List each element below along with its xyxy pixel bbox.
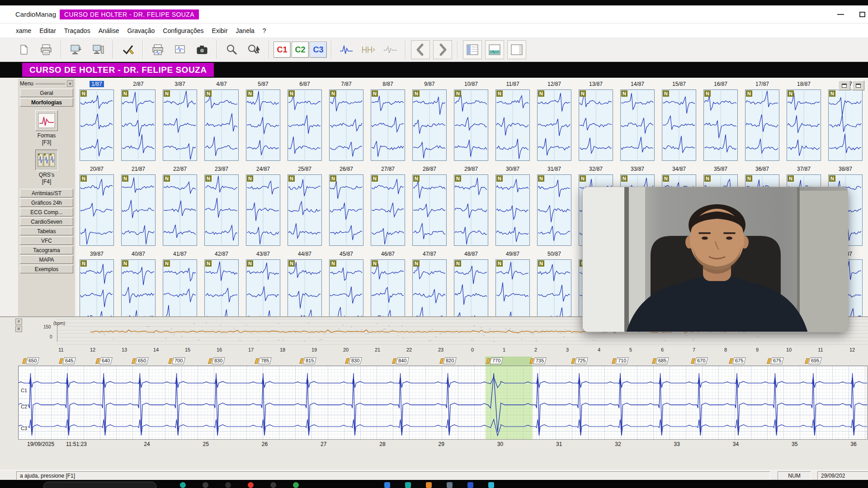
menu-item-janela[interactable]: Janela — [232, 25, 259, 37]
morphology-thumbnail[interactable]: N — [204, 259, 239, 316]
layout-grid-button[interactable] — [463, 40, 482, 59]
menu-item-exibir[interactable]: Exibir — [208, 25, 232, 37]
morphology-thumbnail[interactable]: N — [495, 259, 530, 316]
pc-send-button[interactable] — [88, 40, 108, 60]
morphology-thumbnail[interactable]: N — [745, 89, 779, 161]
ecg-strip[interactable]: C1C2C3 — [18, 366, 868, 440]
sidebar-item-mapa[interactable]: MAPA — [20, 255, 73, 264]
morphology-thumbnail[interactable]: N — [371, 89, 405, 161]
morphology-thumbnail[interactable]: N — [121, 259, 156, 316]
morphology-thumbnail[interactable]: N — [620, 89, 655, 161]
channel-c2-button[interactable]: C2 — [292, 42, 309, 58]
taskbar-app-icon[interactable] — [270, 482, 276, 488]
menu-item-[interactable]: ? — [259, 25, 270, 37]
morphology-thumbnail[interactable]: N — [80, 89, 114, 161]
snapshot-button[interactable] — [192, 40, 212, 60]
morphology-thumbnail[interactable]: N — [454, 89, 488, 161]
taskbar-app-icon[interactable] — [405, 482, 411, 488]
taskbar-app-icon[interactable] — [426, 482, 432, 488]
morphology-thumbnail[interactable]: N — [204, 174, 239, 246]
beat-annotation[interactable]: 685 — [653, 357, 668, 364]
layout-strip-button[interactable] — [485, 40, 504, 59]
morphology-thumbnail[interactable]: N — [163, 259, 197, 316]
taskbar-app-icon[interactable] — [488, 482, 494, 488]
menu-item-grava-o[interactable]: Gravação — [123, 25, 159, 37]
morphology-thumbnail[interactable]: N — [288, 89, 322, 161]
sidebar-item-morfologias[interactable]: Morfologias — [20, 98, 73, 107]
morphology-thumbnail[interactable]: N — [329, 174, 363, 246]
beat-annotation[interactable]: 675 — [768, 357, 783, 364]
morphology-thumbnail[interactable]: N — [246, 174, 280, 246]
beat-annotation[interactable]: 650 — [132, 357, 148, 364]
beat-annotation[interactable]: 815 — [300, 357, 316, 364]
minimize-icon[interactable] — [837, 14, 844, 15]
morphology-thumbnail[interactable]: N — [246, 259, 280, 316]
taskbar-app-icon[interactable] — [203, 482, 208, 488]
taskbar-app-icon[interactable] — [248, 482, 254, 488]
channel-c3-button[interactable]: C3 — [310, 42, 327, 58]
prev-page-button[interactable] — [411, 40, 430, 59]
beat-annotation[interactable]: 700 — [169, 357, 184, 364]
morphology-thumbnail[interactable]: N — [787, 89, 821, 161]
morphology-thumbnail[interactable]: N — [329, 89, 363, 161]
morphology-thumbnail[interactable]: N — [371, 259, 405, 316]
morphology-thumbnail[interactable]: N — [454, 259, 488, 316]
webcam-overlay[interactable] — [582, 187, 848, 332]
morphology-thumbnail[interactable]: N — [204, 89, 239, 161]
sidebar-item-tacograma[interactable]: Tacograma — [20, 246, 73, 254]
sidebar-item-geral[interactable]: Geral — [20, 89, 73, 97]
menu-item-an-lise[interactable]: Análise — [94, 25, 123, 37]
sidebar-close-icon[interactable]: × — [67, 80, 73, 87]
qrs-icon-button[interactable] — [35, 150, 58, 170]
zoom-pointer-button[interactable] — [244, 40, 264, 60]
beat-annotation[interactable]: 785 — [255, 357, 271, 364]
sidebar-item-gr-ficos-24h[interactable]: Gráficos 24h — [20, 198, 73, 207]
morphology-thumbnail[interactable]: N — [163, 89, 197, 161]
morphology-thumbnail[interactable]: N — [80, 174, 114, 246]
menu-item-xame[interactable]: xame — [12, 25, 35, 37]
sidebar-item-exemplos[interactable]: Exemplos — [20, 265, 73, 273]
zoom-icon-button[interactable] — [222, 40, 242, 60]
morphology-thumbnail[interactable]: N — [121, 89, 156, 161]
menu-item-tra-ados[interactable]: Traçados — [60, 25, 94, 37]
morphology-thumbnail[interactable]: N — [329, 259, 363, 316]
menu-item-editar[interactable]: Editar — [35, 25, 60, 37]
sidebar-item-arritmias-st[interactable]: Arritmias/ST — [20, 189, 73, 197]
mdi-restore-button[interactable] — [852, 80, 864, 90]
morphology-thumbnail[interactable]: N — [537, 259, 571, 316]
morphology-thumbnail[interactable]: N — [454, 174, 488, 246]
morphology-thumbnail[interactable]: N — [412, 89, 447, 161]
print-strip-button[interactable] — [170, 40, 190, 60]
beat-annotation[interactable]: 710 — [613, 357, 628, 364]
dotted-wave-button[interactable] — [380, 40, 401, 60]
beat-annotation[interactable]: 645 — [60, 357, 75, 364]
morphology-thumbnail[interactable]: N — [371, 174, 405, 246]
morphology-thumbnail[interactable]: N — [662, 89, 696, 161]
morphology-thumbnail[interactable]: N — [537, 89, 571, 161]
morphology-thumbnail[interactable]: N — [121, 174, 156, 246]
panel-pin-icon[interactable]: ≡ — [15, 326, 22, 332]
morphology-thumbnail[interactable]: N — [288, 174, 322, 246]
taskbar-app-icon[interactable] — [447, 482, 453, 488]
taskbar-search-input[interactable] — [43, 482, 156, 488]
print-button[interactable] — [36, 40, 57, 60]
sidebar-item-vfc[interactable]: VFC — [20, 236, 73, 245]
beat-annotation[interactable]: 650 — [23, 357, 38, 364]
panel-close-icon[interactable]: × — [15, 319, 22, 325]
open-exam-button[interactable] — [14, 40, 34, 60]
sidebar-item-cardioseven[interactable]: CardioSeven — [20, 217, 73, 226]
morphology-thumbnail[interactable]: N — [579, 89, 613, 161]
taskbar-app-icon[interactable] — [225, 482, 231, 488]
beat-annotation[interactable]: 830 — [346, 357, 361, 364]
taskbar-app-icon[interactable] — [180, 482, 186, 488]
maximize-icon[interactable] — [859, 12, 865, 17]
beat-annotation[interactable]: 830 — [209, 357, 224, 364]
morphology-thumbnail[interactable]: N — [495, 174, 530, 246]
beat-annotation[interactable]: 670 — [692, 357, 707, 364]
formas-icon-button[interactable] — [35, 110, 58, 131]
beat-wave-button[interactable] — [336, 40, 357, 60]
morphology-thumbnail[interactable]: N — [495, 89, 530, 161]
menu-item-configura-es[interactable]: Configurações — [159, 25, 208, 37]
sidebar-item-ecg-comp[interactable]: ECG Comp... — [20, 208, 73, 216]
morphology-thumbnail[interactable]: N — [412, 174, 447, 246]
